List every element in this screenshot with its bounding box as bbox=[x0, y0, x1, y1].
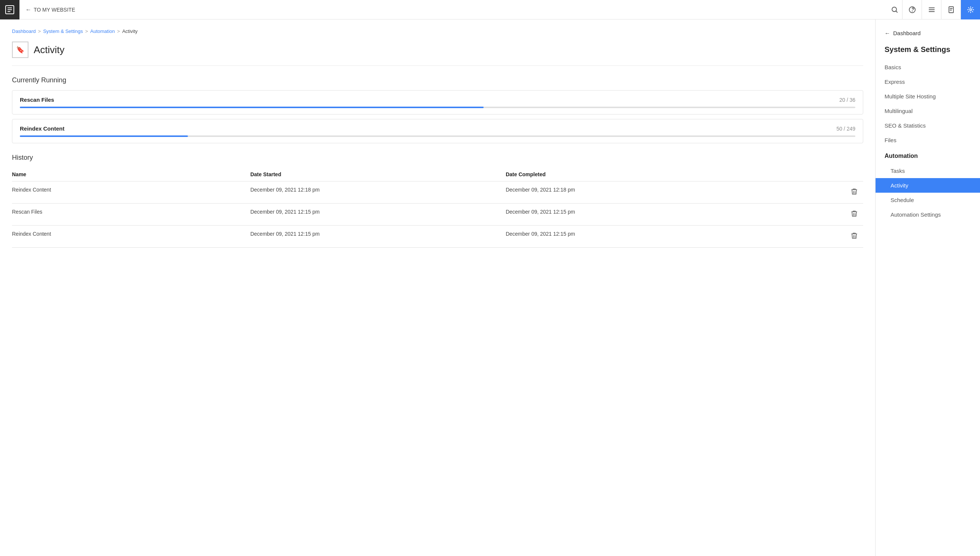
back-to-website-label: TO MY WEBSITE bbox=[34, 7, 75, 13]
breadcrumb-system-settings[interactable]: System & Settings bbox=[43, 28, 83, 34]
sidebar-item-files[interactable]: Files bbox=[876, 133, 980, 147]
history-section: History Name Date Started Date Completed… bbox=[12, 154, 863, 248]
task-card-reindex: Reindex Content 50 / 249 bbox=[12, 119, 863, 143]
topbar-actions bbox=[902, 0, 980, 19]
col-header-completed: Date Completed bbox=[506, 168, 761, 181]
task-card-rescan-files: Rescan Files 20 / 36 bbox=[12, 90, 863, 115]
sidebar-item-seo-statistics[interactable]: SEO & Statistics bbox=[876, 118, 980, 133]
col-header-name: Name bbox=[12, 168, 251, 181]
history-table: Name Date Started Date Completed Reindex… bbox=[12, 168, 863, 248]
breadcrumb: Dashboard > System & Settings > Automati… bbox=[12, 28, 863, 34]
sidebar-back-arrow-icon: ← bbox=[885, 30, 890, 36]
search-button[interactable] bbox=[887, 2, 902, 17]
task-name-rescan: Rescan Files bbox=[20, 97, 54, 103]
col-header-action bbox=[761, 168, 863, 181]
cell-completed-0: December 09, 2021 12:18 pm bbox=[506, 181, 761, 204]
sidebar-items: BasicsExpressMultiple Site HostingMultil… bbox=[876, 60, 980, 222]
cell-name-1: Rescan Files bbox=[12, 204, 251, 226]
svg-point-2 bbox=[909, 7, 915, 13]
history-title: History bbox=[12, 154, 863, 162]
sidebar-item-express[interactable]: Express bbox=[876, 74, 980, 89]
sidebar-item-activity[interactable]: Activity bbox=[876, 178, 980, 193]
cell-name-2: Reindex Content bbox=[12, 226, 251, 248]
task-header-reindex: Reindex Content 50 / 249 bbox=[20, 125, 855, 132]
main-layout: Dashboard > System & Settings > Automati… bbox=[0, 19, 980, 556]
delete-button-0[interactable] bbox=[850, 187, 859, 198]
back-to-website-link[interactable]: ← TO MY WEBSITE bbox=[26, 6, 75, 13]
list-button[interactable] bbox=[922, 0, 941, 19]
breadcrumb-sep-3: > bbox=[117, 28, 120, 34]
sidebar-section-title: System & Settings bbox=[876, 42, 980, 60]
sidebar-item-automation-settings[interactable]: Automation Settings bbox=[876, 207, 980, 222]
task-name-reindex: Reindex Content bbox=[20, 125, 65, 132]
help-button[interactable] bbox=[902, 0, 922, 19]
cell-action-1 bbox=[761, 204, 863, 226]
sidebar-item-basics[interactable]: Basics bbox=[876, 60, 980, 74]
cell-started-1: December 09, 2021 12:15 pm bbox=[251, 204, 506, 226]
logo[interactable] bbox=[0, 0, 19, 19]
cell-completed-2: December 09, 2021 12:15 pm bbox=[506, 226, 761, 248]
breadcrumb-sep-2: > bbox=[85, 28, 88, 34]
task-progress-reindex: 50 / 249 bbox=[836, 126, 855, 132]
delete-button-2[interactable] bbox=[850, 231, 859, 242]
table-row: Rescan Files December 09, 2021 12:15 pm … bbox=[12, 204, 863, 226]
page-title: Activity bbox=[34, 44, 65, 56]
svg-rect-3 bbox=[949, 7, 953, 13]
topbar-nav: ← TO MY WEBSITE bbox=[19, 6, 887, 13]
cell-completed-1: December 09, 2021 12:15 pm bbox=[506, 204, 761, 226]
sidebar-item-tasks[interactable]: Tasks bbox=[876, 163, 980, 178]
delete-button-1[interactable] bbox=[850, 209, 859, 220]
sidebar-item-schedule[interactable]: Schedule bbox=[876, 193, 980, 207]
page-icon: 🔖 bbox=[12, 42, 28, 58]
page-title-row: 🔖 Activity bbox=[12, 42, 863, 66]
svg-point-4 bbox=[970, 9, 971, 10]
table-row: Reindex Content December 09, 2021 12:18 … bbox=[12, 181, 863, 204]
cell-action-2 bbox=[761, 226, 863, 248]
progress-bar-bg-rescan bbox=[20, 107, 855, 108]
sidebar-back-button[interactable]: ← Dashboard bbox=[876, 27, 980, 42]
settings-button[interactable] bbox=[961, 0, 980, 19]
breadcrumb-sep-1: > bbox=[38, 28, 41, 34]
task-header-rescan: Rescan Files 20 / 36 bbox=[20, 97, 855, 103]
breadcrumb-automation[interactable]: Automation bbox=[90, 28, 115, 34]
topbar: ← TO MY WEBSITE bbox=[0, 0, 980, 19]
sidebar-item-automation[interactable]: Automation bbox=[876, 147, 980, 163]
progress-bar-bg-reindex bbox=[20, 136, 855, 137]
col-header-started: Date Started bbox=[251, 168, 506, 181]
cell-action-0 bbox=[761, 181, 863, 204]
breadcrumb-current: Activity bbox=[122, 28, 137, 34]
sidebar-item-multiple-site-hosting[interactable]: Multiple Site Hosting bbox=[876, 89, 980, 103]
breadcrumb-dashboard[interactable]: Dashboard bbox=[12, 28, 36, 34]
back-arrow-icon: ← bbox=[26, 6, 31, 13]
cell-started-2: December 09, 2021 12:15 pm bbox=[251, 226, 506, 248]
cell-started-0: December 09, 2021 12:18 pm bbox=[251, 181, 506, 204]
content-area: Dashboard > System & Settings > Automati… bbox=[0, 19, 875, 556]
sidebar-item-multilingual[interactable]: Multilingual bbox=[876, 103, 980, 118]
sidebar-back-label: Dashboard bbox=[893, 30, 920, 36]
table-row: Reindex Content December 09, 2021 12:15 … bbox=[12, 226, 863, 248]
progress-bar-fill-reindex bbox=[20, 136, 188, 137]
sidebar: ← Dashboard System & Settings BasicsExpr… bbox=[875, 19, 980, 556]
task-progress-rescan: 20 / 36 bbox=[839, 97, 855, 103]
currently-running-title: Currently Running bbox=[12, 76, 863, 84]
document-button[interactable] bbox=[941, 0, 961, 19]
currently-running-section: Currently Running Rescan Files 20 / 36 R… bbox=[12, 76, 863, 143]
progress-bar-fill-rescan bbox=[20, 107, 484, 108]
cell-name-0: Reindex Content bbox=[12, 181, 251, 204]
